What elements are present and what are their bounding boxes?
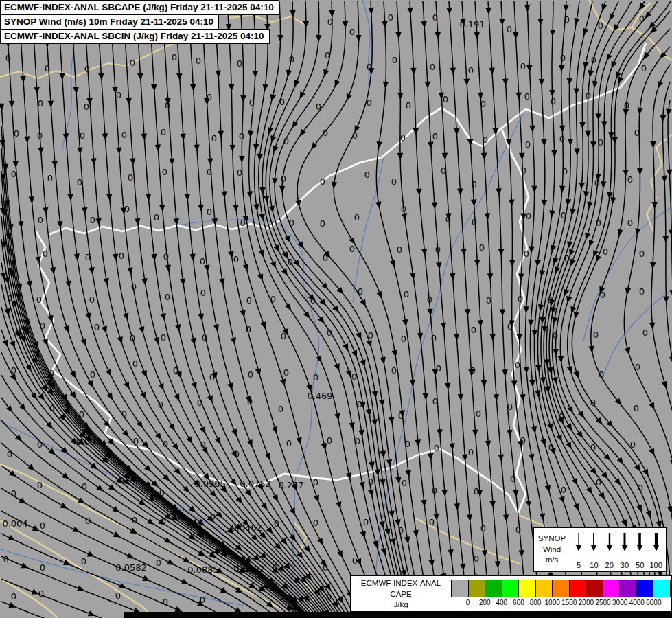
cape-color-cell: [519, 580, 536, 597]
cape-color-cell: [620, 580, 637, 597]
cape-color-cell: [637, 580, 654, 597]
station-value-zero: 0: [404, 289, 409, 299]
station-value-zero: 0: [354, 212, 360, 222]
station-value-zero: 0: [515, 360, 520, 370]
station-value-zero: 0: [391, 176, 397, 187]
station-value-zero: 0: [80, 130, 85, 141]
station-value-zero: 0: [593, 330, 599, 340]
station-value-zero: 0: [94, 322, 100, 332]
station-value-zero: 0: [283, 367, 289, 378]
cape-colorbar: 0200400600800100015002000250030004000600…: [451, 576, 671, 611]
station-value-zero: 0: [525, 139, 531, 150]
title-line-sbcape: ECMWF-INDEX-ANAL SBCAPE (J/kg) Friday 21…: [0, 0, 279, 15]
cape-legend-unit: J/kg: [354, 600, 448, 609]
wind-speed-label: 50: [636, 561, 644, 569]
station-value-zero: 0: [402, 478, 407, 488]
wind-arrow-icon: [573, 531, 584, 552]
cape-legend: ECMWF-INDEX-ANAL CAPE J/kg 0200400600800…: [350, 575, 672, 612]
station-value-zero: 0: [316, 102, 321, 112]
station-value-zero: 0: [84, 102, 89, 112]
station-value-zero: 0: [237, 58, 242, 69]
station-value-zero: 0: [327, 328, 332, 338]
station-value-zero: 0: [200, 256, 205, 266]
station-value-zero: 0: [161, 127, 166, 137]
cape-legend-labels: ECMWF-INDEX-ANAL CAPE J/kg: [351, 576, 451, 611]
station-value-zero: 0: [165, 292, 170, 302]
station-value-zero: 0: [11, 169, 16, 179]
station-value-zero: 0: [471, 325, 476, 335]
station-value-zero: 0: [639, 249, 645, 259]
wind-speed-label: 10: [590, 561, 598, 569]
station-value-zero: 0: [37, 480, 43, 490]
station-value-zero: 0: [158, 400, 163, 410]
wind-arrow-icon: [634, 531, 645, 552]
station-value-zero: 0: [154, 212, 159, 222]
station-value-zero: 0: [270, 294, 276, 304]
station-value-zero: 0: [639, 286, 645, 297]
wind-speed-column: 20: [604, 531, 615, 569]
wind-legend-source: SYNOP: [538, 534, 566, 545]
cape-color-cell: [502, 580, 520, 597]
station-value-zero: 0: [468, 447, 474, 457]
cape-tick-label: 3000: [612, 599, 627, 606]
wind-legend: SYNOP Wind m/s 510203050100: [533, 527, 667, 572]
cape-color-cell: [553, 580, 570, 597]
wind-legend-param: Wind: [543, 545, 561, 556]
cape-tick-label: 2500: [595, 599, 610, 606]
title-line-sbcin: ECMWF-INDEX-ANAL SBCIN (J/kg) Friday 21-…: [0, 29, 270, 44]
station-value-zero: 0: [429, 517, 435, 527]
station-value-zero: 0: [119, 251, 124, 261]
station-value-zero: 0: [524, 91, 530, 102]
station-value-zero: 0: [521, 165, 526, 176]
station-value-zero: 0: [364, 170, 370, 180]
title-box: ECMWF-INDEX-ANAL SBCAPE (J/kg) Friday 21…: [0, 0, 279, 44]
station-value-zero: 0: [43, 249, 48, 259]
station-value-zero: 0: [38, 215, 43, 225]
station-value-zero: 0: [279, 97, 285, 107]
station-value-zero: 0: [320, 218, 325, 229]
station-value-zero: 0: [121, 130, 127, 140]
wind-speed-column: 30: [619, 531, 630, 569]
wind-arrow-icon: [651, 531, 662, 552]
station-value-zero: 0: [358, 286, 363, 297]
station-value-zero: 0: [313, 372, 318, 382]
wind-speed-label: 5: [577, 561, 581, 569]
station-value-zero: 0: [400, 133, 406, 143]
station-value-zero: 0: [116, 90, 121, 100]
station-value-zero: 0: [90, 215, 95, 225]
station-value-zero: 0: [598, 21, 603, 31]
wind-speed-column: 50: [634, 531, 645, 569]
wind-speed-column: 5: [573, 531, 584, 569]
station-value-zero: 0: [551, 96, 556, 106]
station-value-zero: 0: [89, 295, 95, 305]
station-value-zero: 0: [479, 242, 485, 253]
cape-color-cell: [570, 580, 587, 597]
station-value-zero: 0: [560, 53, 566, 63]
station-value-zero: 0: [278, 404, 283, 414]
cape-tick-label: 4000: [629, 599, 645, 606]
station-value-zero: 0: [627, 174, 633, 185]
station-value-zero: 0: [641, 63, 647, 73]
cape-tick-label: 800: [530, 599, 542, 606]
station-value-zero: 0: [391, 365, 397, 376]
station-value-zero: 0: [233, 254, 239, 264]
cape-tick-label: 400: [496, 599, 508, 606]
station-value-zero: 0: [627, 218, 633, 228]
cape-tick-label: 1000: [545, 599, 560, 606]
station-value-zero: 0: [248, 369, 253, 380]
station-value-zero: 0: [434, 443, 439, 453]
station-value-zero: 0: [196, 56, 201, 66]
wind-speed-column: 10: [588, 531, 599, 569]
cape-tick-label: 1500: [561, 599, 577, 606]
station-value-zero: 0: [397, 244, 402, 255]
station-value-zero: 0: [327, 435, 332, 446]
wind-legend-scale: 510203050100: [570, 528, 666, 571]
station-value-zero: 0: [132, 358, 138, 369]
station-value-zero: 0: [349, 244, 355, 254]
station-value-zero: 0: [561, 485, 566, 495]
station-value-zero: 0: [38, 588, 44, 599]
station-value-zero: 0: [128, 172, 133, 183]
station-value-zero: 0: [476, 409, 481, 419]
station-value-zero: 0: [430, 62, 435, 72]
station-value-zero: 0: [40, 520, 45, 531]
